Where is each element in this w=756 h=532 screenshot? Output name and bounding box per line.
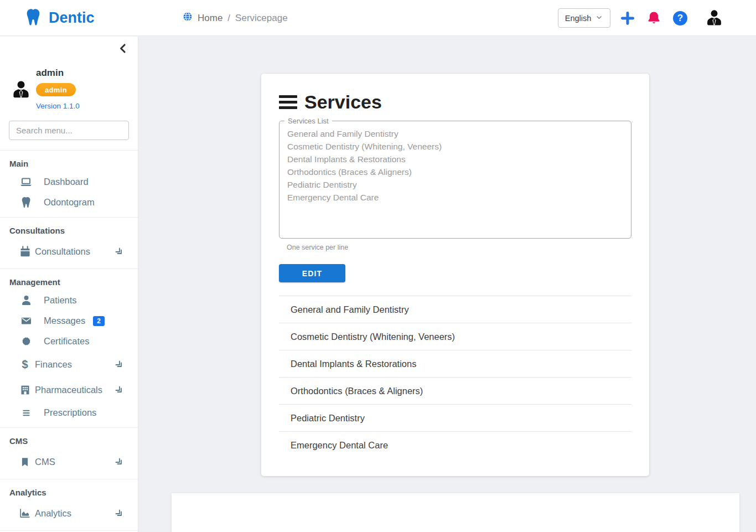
sidebar-item-analytics[interactable]: Analytics — [0, 500, 138, 526]
service-list-item: Dental Implants & Restorations — [279, 350, 631, 377]
sidebar-item-patients[interactable]: Patients — [0, 290, 138, 311]
sidebar-item-odontogram[interactable]: Odontogram — [0, 192, 138, 213]
main-content: Services Services List General and Famil… — [138, 37, 756, 532]
top-navbar: Dentic Home / Servicepage English ? — [0, 0, 756, 36]
services-textarea[interactable]: General and Family Dentistry Cosmetic De… — [280, 125, 630, 225]
calendar-icon — [19, 246, 31, 257]
role-badge: admin — [36, 83, 76, 96]
search-menu-input[interactable] — [9, 121, 129, 140]
version-link[interactable]: Version 1.1.0 — [36, 102, 80, 110]
language-selector[interactable]: English — [558, 8, 610, 28]
sidebar-section-consultations: ConsultationsConsultations — [0, 218, 138, 269]
service-list-item: Emergency Dental Care — [279, 431, 631, 458]
sidebar-item-certificates[interactable]: Certificates — [0, 331, 138, 352]
user-account-icon[interactable] — [706, 9, 723, 27]
section-title: Consultations — [0, 225, 138, 236]
envelope-icon — [20, 316, 32, 326]
language-selector-value: English — [565, 14, 592, 23]
globe-icon — [183, 12, 193, 24]
sidebar-item-dashboard[interactable]: Dashboard — [0, 172, 138, 192]
sidebar-section-management: ManagementPatientsMessages2Certificates$… — [0, 269, 138, 428]
sidebar-item-label: Messages — [44, 316, 85, 326]
page-title-row: Services — [279, 94, 631, 110]
sidebar-item-label: Odontogram — [44, 197, 95, 208]
sidebar-item-label: Dashboard — [44, 177, 89, 187]
brand-name: Dentic — [49, 9, 95, 27]
sidebar-item-label: Certificates — [44, 336, 90, 347]
navbar-actions: English ? — [558, 0, 723, 36]
submenu-arrow-icon — [115, 385, 124, 395]
sidebar-item-consultations[interactable]: Consultations — [0, 239, 138, 264]
tooth-logo-icon — [25, 8, 42, 28]
submenu-arrow-icon — [115, 360, 124, 369]
chevron-down-icon — [595, 13, 603, 23]
sidebar-profile: admin admin Version 1.1.0 — [0, 37, 138, 151]
sidebar-item-label: CMS — [35, 457, 55, 467]
add-icon[interactable] — [620, 11, 635, 25]
page-title: Services — [304, 94, 382, 110]
submenu-arrow-icon — [115, 247, 124, 256]
edit-button[interactable]: EDIT — [279, 264, 345, 282]
service-list-item: Orthodontics (Braces & Aligners) — [279, 377, 631, 404]
certificate-icon — [20, 335, 32, 347]
bookmark-icon — [19, 456, 31, 468]
sidebar-section-cms: CMSCMS — [0, 428, 138, 479]
hospital-icon — [19, 384, 31, 396]
breadcrumb-current: Servicepage — [235, 13, 288, 24]
sidebar-item-pharmaceuticals[interactable]: Pharmaceuticals — [0, 377, 138, 402]
sidebar: admin admin Version 1.1.0 MainDashboardO… — [0, 37, 138, 532]
menu-bars-icon — [279, 95, 297, 109]
submenu-arrow-icon — [115, 509, 124, 518]
submenu-arrow-icon — [115, 457, 124, 467]
sidebar-item-messages[interactable]: Messages2 — [0, 311, 138, 331]
service-list-item: Pediatric Dentistry — [279, 404, 631, 431]
service-list-item: General and Family Dentistry — [279, 296, 631, 323]
sidebar-section-analytics: AnalyticsAnalytics — [0, 479, 138, 531]
sidebar-item-label: Analytics — [35, 508, 71, 519]
section-title: CMS — [0, 436, 138, 447]
bottom-panel — [172, 493, 739, 532]
breadcrumb: Home / Servicepage — [183, 0, 288, 36]
area-chart-icon — [19, 508, 31, 519]
service-list-item: Cosmetic Dentistry (Whitening, Veneers) — [279, 323, 631, 350]
patient-icon — [20, 295, 32, 306]
section-title: Main — [0, 158, 138, 169]
tooth-icon — [20, 197, 32, 208]
help-icon[interactable]: ? — [673, 11, 687, 25]
sidebar-item-label: Finances — [35, 359, 72, 370]
section-title: Management — [0, 277, 138, 288]
avatar-user-tie-icon — [12, 80, 30, 101]
dollar-icon: $ — [19, 359, 31, 370]
sidebar-item-cms[interactable]: CMS — [0, 449, 138, 474]
services-card: Services Services List General and Famil… — [261, 74, 649, 476]
helper-text: One service per line — [287, 244, 631, 251]
sidebar-menu: MainDashboardOdontogramConsultationsCons… — [0, 151, 138, 531]
services-list-label: Services List — [284, 117, 332, 125]
question-mark-glyph: ? — [673, 11, 687, 25]
services-list-fieldset: Services List General and Family Dentist… — [279, 117, 631, 239]
brand-logo[interactable]: Dentic — [25, 0, 95, 36]
sidebar-section-main: MainDashboardOdontogram — [0, 151, 138, 218]
sidebar-item-prescriptions[interactable]: Prescriptions — [0, 402, 138, 423]
section-title: Analytics — [0, 487, 138, 498]
services-list: General and Family DentistryCosmetic Den… — [279, 296, 631, 458]
sidebar-item-finances[interactable]: $Finances — [0, 352, 138, 377]
notifications-bell-icon[interactable] — [646, 11, 661, 25]
laptop-icon — [20, 176, 32, 188]
breadcrumb-separator: / — [227, 13, 230, 24]
sidebar-item-label: Consultations — [35, 246, 90, 257]
sidebar-item-label: Prescriptions — [44, 407, 96, 418]
sidebar-item-label: Patients — [44, 295, 77, 306]
breadcrumb-home-link[interactable]: Home — [198, 13, 222, 24]
list-lines-icon — [20, 408, 32, 418]
user-name: admin — [36, 68, 64, 79]
messages-count-badge: 2 — [93, 316, 105, 326]
sidebar-item-label: Pharmaceuticals — [35, 385, 102, 395]
